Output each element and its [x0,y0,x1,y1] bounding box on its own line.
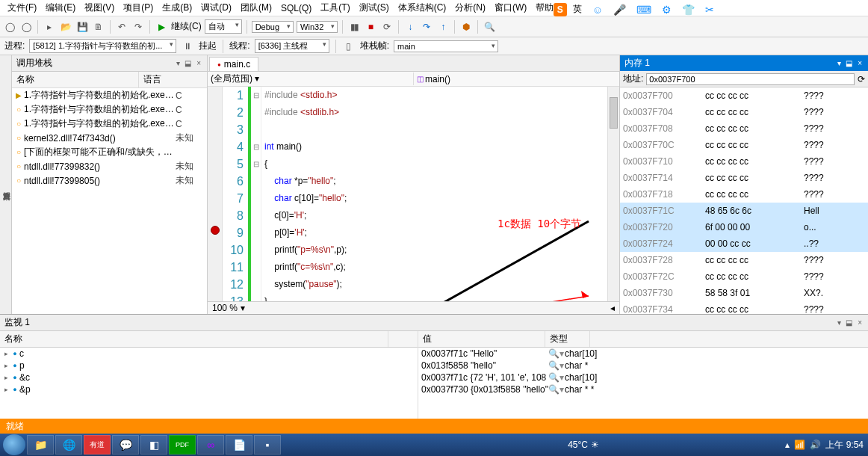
browser-icon[interactable]: 🌐 [55,435,82,455]
callstack-row[interactable]: ○ntdll.dll!77399805()未知 [12,173,207,188]
menu-window[interactable]: 窗口(W) [490,0,531,16]
memory-row[interactable]: 0x0037F714cc cc cc cc???? [620,170,868,186]
menu-file[interactable]: 文件(F) [3,0,41,16]
menu-arch[interactable]: 体系结构(C) [394,0,451,16]
zoom-level[interactable]: 100 % [212,303,238,313]
watch-row[interactable]: ▸●p [0,360,418,372]
notepad-icon[interactable]: 📄 [226,435,252,455]
open-icon[interactable]: 📂 [59,20,72,34]
emoji-icon[interactable]: ☺ [588,2,607,17]
step-into-icon[interactable]: ↓ [403,20,417,34]
step-over-icon[interactable]: ↷ [420,20,433,34]
undo-icon[interactable]: ↶ [115,20,128,34]
memory-row[interactable]: 0x0037F72400 00 cc cc..?? [620,235,868,252]
explorer-icon[interactable]: 📁 [27,435,54,455]
menu-view[interactable]: 视图(V) [80,0,119,16]
watch-col-value[interactable]: 值 [418,331,545,347]
watch-panel-controls[interactable]: ▾ ⬓ × [837,318,864,327]
col-lang[interactable]: 语言 [139,72,207,87]
save-icon[interactable]: 💾 [75,20,89,34]
youdao-icon[interactable]: 有道 [84,435,111,455]
address-input[interactable] [646,73,855,85]
pdf-icon[interactable]: PDF [169,435,196,455]
memory-row[interactable]: 0x0037F704cc cc cc cc???? [620,104,868,120]
platform-dropdown[interactable]: Win32 [297,21,338,33]
zoom-dropdown-icon[interactable]: ▾ [241,303,245,313]
scrollbar-vertical[interactable] [607,87,619,301]
step-out-icon[interactable]: ↑ [436,20,450,34]
menu-project[interactable]: 项目(P) [119,0,158,16]
callstack-row[interactable]: ▶1.字符指针与字符数组的初始化.exe!main(...C [12,88,207,102]
process-dropdown[interactable]: [5812] 1.字符指针与字符数组的初... [29,39,176,53]
ime-mode[interactable]: 英 [568,1,586,17]
weather-widget[interactable]: 45°C ☀ [568,440,599,450]
watch-value-row[interactable]: 0x0037f71c {72 'H', 101 'e', 108 'l', 10… [418,372,868,383]
menu-test[interactable]: 测试(S) [355,0,394,16]
mode-dropdown[interactable]: 自动 [205,19,242,34]
sogou-icon[interactable]: S [554,3,567,16]
callstack-row[interactable]: ○kernel32.dll!74f7343d()未知 [12,131,207,145]
memory-row[interactable]: 0x0037F70Ccc cc cc cc???? [620,137,868,153]
fold-gutter[interactable]: ⊟⊟⊟ [251,87,261,301]
redo-icon[interactable]: ↷ [131,20,145,34]
watch-col-type[interactable]: 类型 [545,331,590,347]
watch-row[interactable]: ▸●&c [0,372,418,383]
code-area[interactable]: #include <stdio.h> #include <stdlib.h> i… [261,87,607,301]
thread-dropdown[interactable]: [6336] 主线程 [255,39,329,53]
watch-row[interactable]: ▸●c [0,348,418,360]
tray-vol-icon[interactable]: 🔊 [810,440,821,450]
callstack-row[interactable]: ○[下面的框架可能不正确和/或缺失，没有为 [12,145,207,159]
watch-row[interactable]: ▸●&p [0,383,418,395]
stack-icon[interactable]: ▯ [342,40,356,53]
memory-row[interactable]: 0x0037F708cc cc cc cc???? [620,120,868,137]
skin-icon[interactable]: 👕 [678,2,699,17]
col-name[interactable]: 名称 [12,72,139,87]
new-icon[interactable]: ▸ [43,20,56,34]
callstack-row[interactable]: ○1.字符指针与字符数组的初始化.exe!__tmainC [12,102,207,117]
gear-icon[interactable]: ⚙ [657,2,676,17]
breakpoint-gutter[interactable] [208,87,223,301]
cmd-icon[interactable]: ▪ [254,435,281,455]
callstack-row[interactable]: ○1.字符指针与字符数组的初始化.exe!mainCC [12,117,207,131]
forward-icon[interactable]: ◯ [19,20,33,34]
saveall-icon[interactable]: 🗎 [92,20,105,34]
memory-row[interactable]: 0x0037F7206f 00 00 00o... [620,219,868,235]
menu-analyze[interactable]: 分析(N) [450,0,490,16]
tool-icon[interactable]: ✂ [701,2,719,17]
memory-row[interactable]: 0x0037F728cc cc cc cc???? [620,252,868,268]
function-dropdown[interactable]: ◫ main() [414,74,616,84]
memory-row[interactable]: 0x0037F73058 58 3f 01XX?. [620,285,868,301]
config-dropdown[interactable]: Debug [252,21,294,33]
memory-panel-controls[interactable]: ▾ ⬓ × [837,59,864,67]
restart-icon[interactable]: ⟳ [380,20,394,34]
breakpoint-icon[interactable] [211,226,220,235]
code-editor[interactable]: 1234567891011121314 ⊟⊟⊟ #include <stdio.… [208,87,619,301]
watch-col-name[interactable]: 名称 [0,331,388,347]
memory-row[interactable]: 0x0037F72Ccc cc cc cc???? [620,268,868,285]
wechat-icon[interactable]: 💬 [112,435,139,455]
vertical-tab-solution[interactable]: 解决方案资源 [0,55,12,314]
continue-button[interactable]: 继续(C) [171,20,202,33]
menu-tools[interactable]: 工具(T) [316,0,354,16]
suspend-label[interactable]: 挂起 [199,40,217,52]
refresh-icon[interactable]: ⟳ [858,74,865,84]
clock[interactable]: 上午 9:54 [825,439,864,452]
menu-debug[interactable]: 调试(D) [196,0,236,16]
scope-dropdown[interactable]: (全局范围) ▾ [211,73,414,85]
app-icon[interactable]: ◧ [140,435,167,455]
memory-row[interactable]: 0x0037F71C48 65 6c 6cHell [620,203,868,219]
menu-build[interactable]: 生成(B) [158,0,196,16]
watch-value-row[interactable]: 0x0037f71c "Hello"🔍▾char[10] [418,348,868,360]
back-icon[interactable]: ◯ [3,20,16,34]
vs-icon[interactable]: ∞ [197,435,224,455]
stackframe-dropdown[interactable]: main [394,40,498,52]
mic-icon[interactable]: 🎤 [609,2,630,17]
tray-up-icon[interactable]: ▴ [785,440,790,450]
find-icon[interactable]: 🔍 [483,20,496,34]
system-tray[interactable]: ▴ 📶 🔊 上午 9:54 [785,439,864,452]
memory-row[interactable]: 0x0037F710cc cc cc cc???? [620,153,868,170]
stop-icon[interactable]: ■ [364,20,377,34]
continue-icon[interactable]: ▶ [155,20,168,34]
watch-value-row[interactable]: 0x013f5858 "hello"🔍▾char * [418,360,868,372]
start-button[interactable] [3,434,25,455]
